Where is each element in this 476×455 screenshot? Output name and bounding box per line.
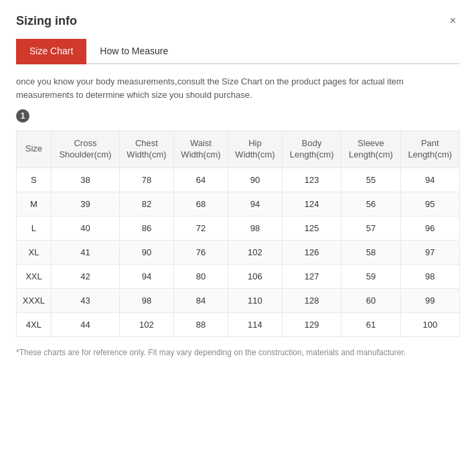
table-row: XXL4294801061275998	[17, 264, 460, 288]
col-header-waist-width: WaistWidth(cm)	[173, 131, 228, 168]
table-row: 4XL441028811412961100	[17, 312, 460, 336]
col-header-pant-length: PantLength(cm)	[400, 131, 459, 168]
table-row: L408672981255796	[17, 216, 460, 240]
col-header-hip-width: HipWidth(cm)	[228, 131, 282, 168]
footnote-text: *These charts are for reference only. Fi…	[16, 348, 460, 357]
col-header-size: Size	[17, 131, 52, 168]
table-row: S387864901235594	[17, 168, 460, 192]
size-table: Size CrossShoulder(cm) ChestWidth(cm) Wa…	[16, 131, 460, 337]
modal-header: Sizing info ×	[16, 13, 460, 28]
table-row: XXXL4398841101286099	[17, 288, 460, 312]
tabs-container: Size Chart How to Measure	[16, 39, 460, 64]
col-header-body-length: BodyLength(cm)	[282, 131, 341, 168]
info-badge: 1	[16, 109, 29, 123]
modal-title: Sizing info	[16, 14, 77, 28]
modal: Sizing info × Size Chart How to Measure …	[0, 0, 476, 455]
col-header-cross-shoulder: CrossShoulder(cm)	[51, 131, 119, 168]
table-row: M398268941245695	[17, 192, 460, 216]
col-header-sleeve-length: SleeveLength(cm)	[341, 131, 400, 168]
tab-size-chart[interactable]: Size Chart	[16, 39, 86, 64]
col-header-chest-width: ChestWidth(cm)	[119, 131, 173, 168]
table-header-row: Size CrossShoulder(cm) ChestWidth(cm) Wa…	[17, 131, 460, 168]
table-row: XL4190761021265897	[17, 240, 460, 264]
description-text: once you know your body measurements,con…	[16, 75, 460, 101]
close-button[interactable]: ×	[446, 13, 460, 28]
tab-how-to-measure[interactable]: How to Measure	[86, 39, 181, 64]
